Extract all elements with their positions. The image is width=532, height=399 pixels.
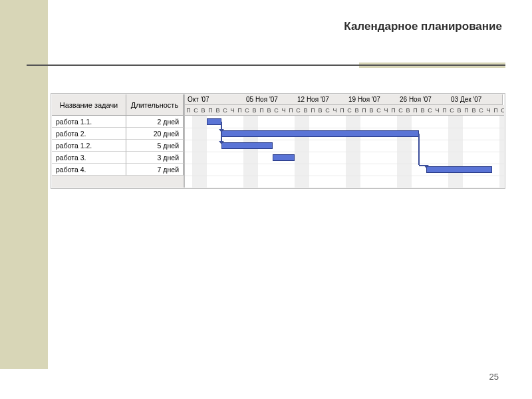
gantt-bar[interactable] — [426, 166, 492, 173]
col-header-duration: Длительность — [126, 94, 184, 116]
task-name: работа 2. — [52, 128, 126, 140]
task-row: работа 1.2.5 дней — [52, 140, 184, 152]
task-name: работа 1.1. — [52, 116, 126, 128]
timeline-week-cell: 19 Ноя '07 — [346, 94, 400, 105]
gantt-row — [185, 164, 504, 176]
task-row: работа 1.1.2 дней — [52, 116, 184, 128]
gantt-link-arrow-icon — [219, 141, 224, 144]
task-duration: 5 дней — [126, 140, 184, 152]
slide-sidebar — [0, 0, 48, 369]
gantt-link-arrow-icon — [424, 165, 429, 168]
task-name: работа 4. — [52, 164, 126, 176]
gantt-bar[interactable] — [273, 154, 295, 161]
timeline-week-cell: 05 Ноя '07 — [243, 94, 298, 105]
gantt-timeline: Окт '0705 Ноя '0712 Ноя '0719 Ноя '0726 … — [185, 94, 504, 188]
gantt-row — [185, 128, 504, 140]
timeline-week-cell: Окт '07 — [185, 94, 247, 105]
task-duration: 2 дней — [126, 116, 184, 128]
gantt-link — [418, 134, 420, 165]
task-duration: 3 дней — [126, 152, 184, 164]
task-duration: 20 дней — [126, 128, 184, 140]
page-number: 25 — [489, 372, 499, 382]
gantt-bar[interactable] — [221, 142, 273, 149]
timeline-week-cell: 03 Дек '07 — [448, 94, 503, 105]
task-name: работа 1.2. — [52, 140, 126, 152]
timeline-week-cell: 26 Ноя '07 — [397, 94, 452, 105]
task-table: Название задачи Длительность работа 1.1.… — [52, 94, 185, 188]
task-row: работа 4.7 дней — [52, 164, 184, 176]
gantt-panel: Название задачи Длительность работа 1.1.… — [51, 93, 505, 189]
gantt-bar[interactable] — [221, 130, 419, 137]
task-duration: 7 дней — [126, 164, 184, 176]
title-rule — [27, 65, 505, 66]
task-row: работа 3.3 дней — [52, 152, 184, 164]
task-name: работа 3. — [52, 152, 126, 164]
gantt-bar[interactable] — [207, 118, 221, 125]
page-title: Календарное планирование — [344, 20, 502, 33]
timeline-week-cell: 12 Ноя '07 — [295, 94, 349, 105]
col-header-name: Название задачи — [52, 94, 126, 116]
gantt-row — [185, 116, 504, 128]
gantt-link — [221, 122, 222, 141]
task-row: работа 2.20 дней — [52, 128, 184, 140]
timeline-day-cell: С — [499, 105, 504, 116]
gantt-row — [185, 152, 504, 164]
gantt-row — [185, 140, 504, 152]
